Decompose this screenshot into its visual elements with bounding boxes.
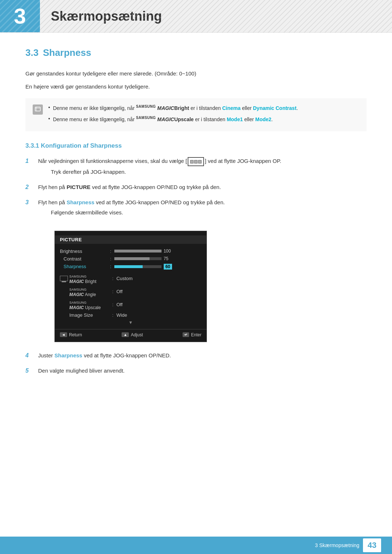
step-1-subtext: Tryk derefter på JOG-knappen. xyxy=(51,168,367,176)
adjust-icon: ▲ xyxy=(122,332,129,337)
step-3-text: Flyt hen på Sharpness ved at flytte JOG-… xyxy=(38,198,367,217)
intro-line1: Gør genstandes kontur tydeligere eller m… xyxy=(25,69,367,78)
step-1-number: 1 xyxy=(25,157,33,165)
step-5-number: 5 xyxy=(25,366,33,375)
osd-contrast-fill xyxy=(114,257,150,260)
main-content: 3.3 Sharpness Gør genstandes kontur tyde… xyxy=(0,33,392,396)
osd-magic-upscale-value: Off xyxy=(117,302,201,307)
subsection-number: 3.3.1 xyxy=(25,142,39,149)
enter-icon: ↵ xyxy=(183,332,189,337)
enter-label: Enter xyxy=(191,332,201,337)
note-1-text: Denne menu er ikke tilgængelig, når SAMS… xyxy=(53,104,298,112)
osd-brightness-bar xyxy=(114,250,162,253)
subsection-heading: 3.3.1 Konfiguration af Sharpness xyxy=(25,142,367,149)
osd-sharpness-value: 60 xyxy=(114,264,201,270)
step-4-number: 4 xyxy=(25,351,33,360)
step-1-text: Når vejledningen til funktionsknapperne … xyxy=(38,157,367,176)
pencil-icon xyxy=(34,106,41,113)
osd-monitor-icon xyxy=(60,276,69,281)
osd-contrast-bar xyxy=(114,257,162,260)
osd-scroll-indicator: ▼ xyxy=(55,319,207,326)
step-5-text: Den valgte mulighed bliver anvendt. xyxy=(38,366,367,375)
step-2: 2 Flyt hen på PICTURE ved at flytte JOG-… xyxy=(25,183,367,192)
osd-sharpness-number: 60 xyxy=(164,264,172,270)
note-content: Denne menu er ikke tilgængelig, når SAMS… xyxy=(48,104,359,126)
step-3-subtext: Følgende skærmbillede vises. xyxy=(51,208,367,217)
footer-chapter-label: 3 Skærmopsætning xyxy=(315,542,359,548)
step-2-text: Flyt hen på PICTURE ved at flytte JOG-kn… xyxy=(38,183,367,192)
osd-brightness-fill xyxy=(114,250,162,253)
osd-magic-angle-value: Off xyxy=(117,289,201,294)
osd-footer: ◄ Return ▲ Adjust ↵ Enter xyxy=(55,329,207,339)
note-item-1: Denne menu er ikke tilgængelig, når SAMS… xyxy=(48,104,359,112)
step-3-number: 3 xyxy=(25,198,33,207)
step-4-text: Juster Sharpness ved at flytte JOG-knapp… xyxy=(38,351,367,360)
page-number-box: 43 xyxy=(363,538,381,552)
steps-4-5: 4 Juster Sharpness ved at flytte JOG-kna… xyxy=(25,351,367,375)
page-footer: 3 Skærmopsætning 43 xyxy=(0,537,392,554)
osd-magic-bright-label: SAMSUNG MAGIC Bright xyxy=(69,273,109,284)
osd-item-image-size: Image Size : Wide xyxy=(55,311,207,319)
osd-title: PICTURE xyxy=(55,235,207,244)
return-icon: ◄ xyxy=(60,332,67,337)
osd-sharpness-label: Sharpness xyxy=(60,264,107,269)
note-item-2: Denne menu er ikke tilgængelig, når SAMS… xyxy=(48,115,359,123)
note-2-text: Denne menu er ikke tilgængelig, når SAMS… xyxy=(53,115,273,123)
osd-item-magic-upscale: SAMSUNG MAGIC Upscale : Off xyxy=(55,298,207,311)
osd-contrast-number: 75 xyxy=(164,256,173,261)
osd-screen: PICTURE Brightness : 100 Contrast : xyxy=(54,231,207,342)
osd-sharpness-bar xyxy=(114,265,162,268)
step-1: 1 Når vejledningen til funktionsknappern… xyxy=(25,157,367,176)
chapter-number: 3 xyxy=(0,0,40,32)
subsection-title: Konfiguration af Sharpness xyxy=(41,142,122,149)
page-number: 43 xyxy=(368,541,376,550)
steps-list: 1 Når vejledningen til funktionsknappern… xyxy=(25,157,367,217)
osd-footer-enter: ↵ Enter xyxy=(183,332,201,337)
adjust-label: Adjust xyxy=(131,332,143,337)
svg-rect-0 xyxy=(35,107,40,111)
osd-item-brightness: Brightness : 100 xyxy=(55,247,207,255)
osd-item-sharpness: Sharpness : 60 xyxy=(55,263,207,271)
step-3: 3 Flyt hen på Sharpness ved at flytte JO… xyxy=(25,198,367,217)
osd-brightness-value: 100 xyxy=(114,249,201,254)
osd-magic-upscale-label: SAMSUNG MAGIC Upscale xyxy=(69,299,109,310)
osd-magic-bright-value: Custom xyxy=(117,276,201,281)
intro-line2: En højere værdi gør genstandens kontur t… xyxy=(25,82,367,91)
osd-footer-return: ◄ Return xyxy=(60,332,82,337)
osd-magic-angle-label: SAMSUNG MAGIC Angle xyxy=(69,286,109,297)
osd-image-size-label: Image Size xyxy=(69,312,109,318)
chapter-number-text: 3 xyxy=(14,4,26,29)
step-5: 5 Den valgte mulighed bliver anvendt. xyxy=(25,366,367,375)
osd-item-magic-bright: SAMSUNG MAGIC Bright : Custom xyxy=(55,272,207,285)
return-label: Return xyxy=(69,332,82,337)
osd-contrast-value: 75 xyxy=(114,256,201,261)
osd-contrast-label: Contrast xyxy=(60,256,107,262)
osd-footer-adjust: ▲ Adjust xyxy=(122,332,143,337)
section-heading: 3.3 Sharpness xyxy=(25,47,367,58)
osd-brightness-number: 100 xyxy=(164,249,173,254)
chapter-title-text: Skærmopsætning xyxy=(51,9,162,24)
osd-container: PICTURE Brightness : 100 Contrast : xyxy=(54,231,207,342)
osd-image-size-value: Wide xyxy=(117,312,201,318)
osd-item-contrast: Contrast : 75 xyxy=(55,255,207,263)
section-number: 3.3 xyxy=(25,47,38,58)
chapter-header: 3 Skærmopsætning xyxy=(0,0,392,33)
note-box: Denne menu er ikke tilgængelig, når SAMS… xyxy=(25,98,367,131)
chapter-title: Skærmopsætning xyxy=(40,0,173,32)
osd-sharpness-fill xyxy=(114,265,143,268)
osd-brightness-label: Brightness xyxy=(60,249,107,254)
note-icon xyxy=(33,104,43,115)
step-4: 4 Juster Sharpness ved at flytte JOG-kna… xyxy=(25,351,367,360)
section-title: Sharpness xyxy=(43,47,91,58)
osd-item-magic-angle: SAMSUNG MAGIC Angle : Off xyxy=(55,285,207,298)
step-2-number: 2 xyxy=(25,183,33,192)
